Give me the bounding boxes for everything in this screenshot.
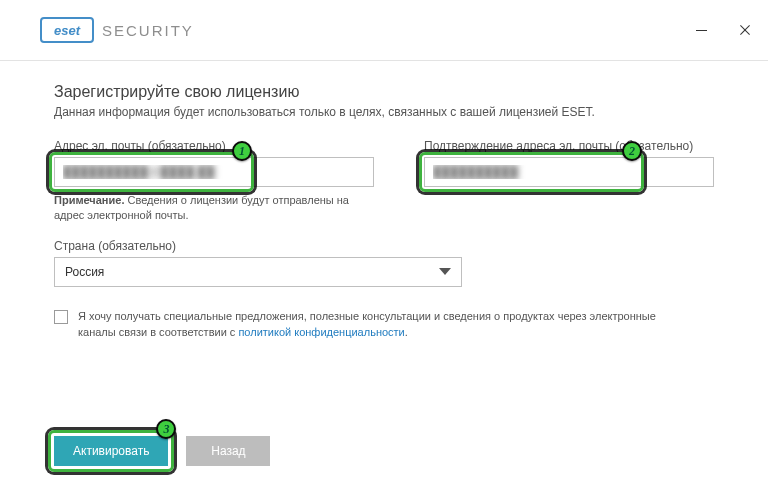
country-value: Россия [65, 265, 104, 279]
consent-checkbox[interactable] [54, 310, 68, 324]
activate-button[interactable]: Активировать [54, 436, 168, 466]
eset-logo: eset [40, 17, 94, 43]
privacy-policy-link[interactable]: политикой конфиденциальности [238, 326, 404, 338]
minimize-icon[interactable] [692, 21, 710, 39]
close-icon[interactable] [736, 21, 754, 39]
back-button[interactable]: Назад [186, 436, 270, 466]
confirm-email-label: Подтверждение адреса эл. почты (обязател… [424, 139, 714, 153]
email-label: Адрес эл. почты (обязательно) [54, 139, 374, 153]
page-subtitle: Данная информация будет использоваться т… [54, 105, 724, 119]
chevron-down-icon [439, 268, 451, 275]
confirm-email-input[interactable] [424, 157, 714, 187]
page-title: Зарегистрируйте свою лицензию [54, 83, 724, 101]
country-select[interactable]: Россия [54, 257, 462, 287]
email-input[interactable] [54, 157, 374, 187]
product-name: SECURITY [102, 22, 194, 39]
brand-block: eset SECURITY [40, 17, 194, 43]
consent-text: Я хочу получать специальные предложения,… [78, 309, 694, 341]
country-label: Страна (обязательно) [54, 239, 724, 253]
email-note: Примечание. Сведения о лицензии будут от… [54, 193, 374, 223]
